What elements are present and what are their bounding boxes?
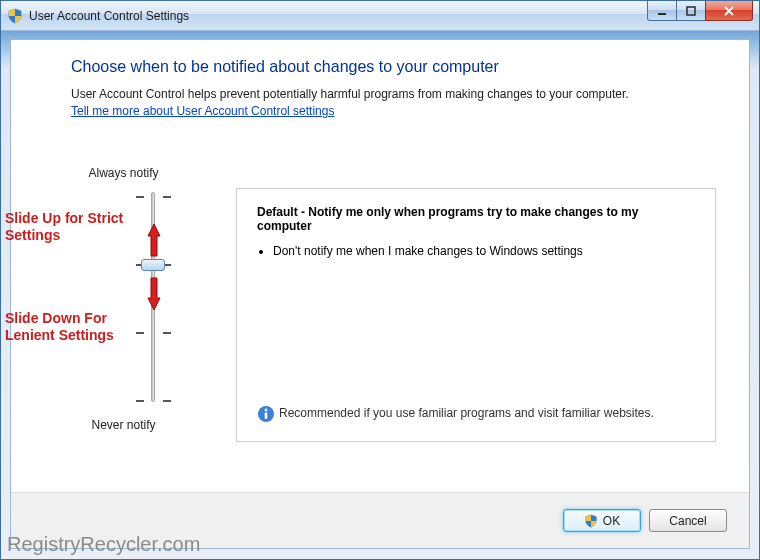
- annotation-strict: Slide Up for Strict Settings: [5, 210, 135, 244]
- minimize-button[interactable]: [647, 1, 677, 21]
- window-title: User Account Control Settings: [29, 9, 753, 23]
- setting-title: Default - Notify me only when programs t…: [257, 205, 695, 233]
- slider-bottom-label: Never notify: [11, 418, 236, 432]
- svg-point-3: [265, 409, 268, 412]
- recommendation-row: Recommended if you use familiar programs…: [257, 405, 695, 423]
- cancel-label: Cancel: [669, 514, 706, 528]
- titlebar[interactable]: User Account Control Settings: [1, 1, 759, 31]
- arrow-up-icon: [147, 222, 159, 252]
- close-button[interactable]: [705, 1, 753, 21]
- help-link[interactable]: Tell me more about User Account Control …: [71, 104, 334, 118]
- slider-top-label: Always notify: [11, 166, 236, 180]
- setting-description-panel: Default - Notify me only when programs t…: [236, 188, 716, 442]
- watermark: RegistryRecycler.com: [7, 533, 200, 556]
- recommendation-text: Recommended if you use familiar programs…: [279, 405, 695, 423]
- ok-button[interactable]: OK: [563, 509, 641, 532]
- svg-rect-0: [658, 13, 666, 15]
- arrow-down-icon: [147, 276, 159, 306]
- cancel-button[interactable]: Cancel: [649, 509, 727, 532]
- info-icon: [257, 405, 279, 423]
- uac-settings-window: User Account Control Settings Choose whe…: [0, 0, 760, 560]
- slider-area: Always notify Slide Up for Strict Settin…: [11, 160, 236, 450]
- notification-slider-thumb[interactable]: [141, 259, 165, 271]
- uac-shield-icon: [584, 514, 598, 528]
- window-controls: [648, 1, 753, 21]
- page-description: User Account Control helps prevent poten…: [71, 86, 679, 102]
- ok-label: OK: [603, 514, 620, 528]
- svg-rect-4: [265, 413, 268, 420]
- setting-bullet: Don't notify me when I make changes to W…: [273, 243, 695, 259]
- client-area: Choose when to be notified about changes…: [10, 39, 750, 549]
- page-heading: Choose when to be notified about changes…: [71, 58, 749, 76]
- annotation-lenient: Slide Down For Lenient Settings: [5, 310, 145, 344]
- uac-shield-icon: [7, 8, 23, 24]
- svg-rect-1: [687, 7, 695, 15]
- setting-details: Don't notify me when I make changes to W…: [257, 243, 695, 259]
- maximize-button[interactable]: [676, 1, 706, 21]
